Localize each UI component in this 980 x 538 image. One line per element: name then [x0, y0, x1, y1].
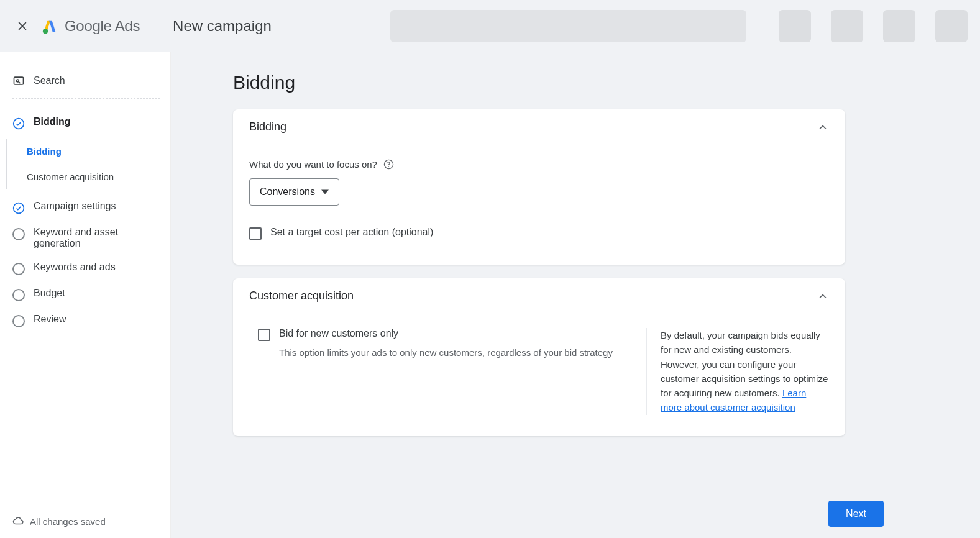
- chevron-up-icon: [817, 290, 829, 303]
- svg-point-2: [16, 80, 19, 82]
- search-campaign-icon: [12, 75, 25, 87]
- circle-outline-icon: [12, 315, 25, 327]
- sidebar-step-review[interactable]: Review: [12, 308, 160, 334]
- circle-outline-icon: [12, 228, 25, 240]
- sidebar-step-label: Bidding: [34, 116, 71, 127]
- sidebar-step-campaign-settings[interactable]: Campaign settings: [12, 194, 160, 221]
- svg-point-0: [43, 29, 48, 34]
- header-divider: [155, 15, 155, 37]
- sidebar-step-label: Keywords and ads: [34, 262, 116, 273]
- sidebar-step-label: Budget: [34, 288, 65, 299]
- svg-point-5: [14, 203, 24, 214]
- product-logo: Google Ads: [41, 17, 140, 35]
- header-action-placeholder-1[interactable]: [779, 10, 811, 42]
- header-search-placeholder[interactable]: [390, 10, 746, 42]
- target-cpa-checkbox[interactable]: [249, 227, 262, 240]
- customer-acquisition-card: Customer acquisition Bid for new custome…: [233, 278, 845, 436]
- sidebar-step-keywords-and-ads[interactable]: Keywords and ads: [12, 255, 160, 281]
- product-name: Google Ads: [65, 17, 140, 35]
- svg-line-3: [19, 82, 21, 84]
- sidebar-substep-customer-acquisition[interactable]: Customer acquisition: [27, 164, 170, 189]
- header-action-placeholder-2[interactable]: [831, 10, 863, 42]
- main-content: Bidding Bidding What do you want to focu…: [171, 52, 980, 538]
- sidebar-divider: [12, 98, 160, 99]
- svg-point-7: [388, 166, 389, 166]
- bidding-card-header[interactable]: Bidding: [233, 109, 845, 145]
- circle-outline-icon: [12, 263, 25, 275]
- customer-acquisition-card-title: Customer acquisition: [249, 290, 354, 303]
- checkmark-circle-icon: [12, 117, 25, 130]
- sidebar-step-keyword-asset-generation[interactable]: Keyword and asset generation: [12, 221, 160, 255]
- dropdown-arrow-icon: [321, 188, 329, 196]
- sidebar-campaign-type[interactable]: Search: [12, 71, 160, 98]
- header-bar: Google Ads New campaign: [0, 0, 980, 52]
- header-action-placeholder-3[interactable]: [883, 10, 915, 42]
- save-status: All changes saved: [0, 504, 170, 538]
- target-cpa-label: Set a target cost per action (optional): [270, 227, 433, 238]
- checkmark-circle-icon: [12, 202, 25, 214]
- customer-acquisition-card-header[interactable]: Customer acquisition: [233, 278, 845, 314]
- close-icon: [16, 20, 29, 32]
- sidebar-step-label: Review: [34, 314, 66, 325]
- cloud-icon: [12, 516, 24, 527]
- next-button[interactable]: Next: [828, 501, 884, 527]
- svg-point-4: [14, 119, 24, 129]
- new-customers-hint: This option limits your ads to only new …: [258, 347, 630, 358]
- circle-outline-icon: [12, 289, 25, 301]
- help-icon[interactable]: [383, 159, 394, 170]
- header-action-placeholder-4[interactable]: [935, 10, 968, 42]
- focus-field-label: What do you want to focus on?: [249, 159, 829, 170]
- focus-select[interactable]: Conversions: [249, 178, 339, 206]
- main-heading: Bidding: [233, 72, 943, 93]
- sidebar-substep-bidding[interactable]: Bidding: [27, 139, 170, 164]
- page-title: New campaign: [173, 17, 272, 35]
- sidebar: Search Bidding Bidding Customer acquisit…: [0, 52, 171, 538]
- sidebar-step-label: Campaign settings: [34, 201, 116, 212]
- new-customers-checkbox[interactable]: [258, 329, 270, 341]
- focus-select-value: Conversions: [260, 186, 315, 198]
- sidebar-step-bidding[interactable]: Bidding: [12, 110, 160, 136]
- save-status-label: All changes saved: [30, 516, 106, 527]
- chevron-up-icon: [817, 121, 829, 134]
- sidebar-step-label: Keyword and asset generation: [34, 227, 160, 249]
- bidding-card: Bidding What do you want to focus on? Co…: [233, 109, 845, 265]
- bidding-card-title: Bidding: [249, 121, 286, 134]
- new-customers-label: Bid for new customers only: [279, 328, 398, 339]
- google-ads-logo-icon: [41, 17, 58, 35]
- sidebar-step-budget[interactable]: Budget: [12, 281, 160, 308]
- close-button[interactable]: [15, 19, 30, 34]
- sidebar-campaign-type-label: Search: [34, 75, 65, 86]
- customer-acquisition-info: By default, your campaign bids equally f…: [646, 328, 845, 415]
